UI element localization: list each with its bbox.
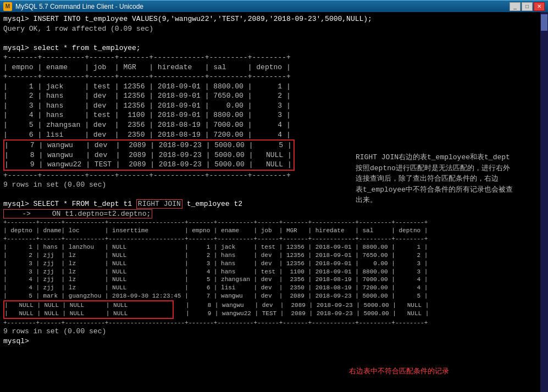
- table1-row8: | 8 | wangwu | dev | 2089 | 2018-09-23 |…: [4, 150, 294, 160]
- annotation-line3: 连接查询后，除了查出符合匹配条件的，右边: [356, 175, 499, 183]
- select-cmd2c: -> ON t1.deptno=t2.deptno;: [3, 209, 545, 219]
- table1-mid-sep: +-------+----------+------+-------+-----…: [3, 72, 545, 82]
- table1-row6: | 6 | lisi | dev | 2350 | 2018-08-19 | 7…: [3, 130, 545, 140]
- title-bar: M MySQL 5.7 Command Line Client - Unicod…: [0, 0, 548, 12]
- table1-row9: | 9 | wangwu22 | TEST | 2089 | 2018-09-2…: [4, 160, 294, 170]
- table1-row5: | 5 | zhangsan | dev | 2356 | 2018-08-19…: [3, 120, 545, 130]
- select-cmd2a: mysql> SELECT * FROM t_dept t1: [3, 200, 136, 208]
- table1-row7: | 7 | wangwu | dev | 2089 | 2018-09-23 |…: [4, 141, 294, 150]
- table2-row4: | 3 | zjj | lz | NULL | 4 | hans | test …: [3, 268, 545, 276]
- minimize-button[interactable]: _: [510, 2, 521, 11]
- table2-row2: | 2 | zjj | lz | NULL | 2 | hans | dev |…: [3, 251, 545, 260]
- table1-top-sep: +-------+----------+------+-------+-----…: [3, 53, 545, 63]
- table2-null-rows: | NULL | NULL | NULL | NULL | 8 | wangwu…: [3, 300, 174, 319]
- table2-row1: | 1 | hans | lanzhou | NULL | 1 | jack |…: [3, 243, 545, 251]
- table1-outlined-section: | 7 | wangwu | dev | 2089 | 2018-09-23 |…: [3, 139, 295, 171]
- app-icon: M: [3, 2, 12, 11]
- table2-row9: | NULL | NULL | NULL | NULL | 9 | wangwu…: [4, 310, 173, 318]
- table2-row3: | 3 | zjj | lz | NULL | 3 | hans | dev |…: [3, 260, 545, 268]
- final-prompt: mysql>: [3, 337, 545, 346]
- table2-mid-sep: +--------+------+-----------+-----------…: [3, 235, 545, 243]
- bottom-annotation: 右边表中不符合匹配条件的记录: [349, 367, 449, 377]
- annotation-line4: 表t_employee中不符合条件的所有记录也会被查: [356, 186, 513, 194]
- rows-msg2: 9 rows in set (0.00 sec): [3, 327, 545, 337]
- table1-row4: | 4 | hans | test | 1100 | 2018-09-01 | …: [3, 110, 545, 120]
- table2-row8: | NULL | NULL | NULL | NULL | 8 | wangwu…: [4, 301, 173, 310]
- table2-top-sep: +--------+------+-----------+-----------…: [3, 219, 545, 227]
- table2-bot-sep: +--------+------+-----------+-----------…: [3, 319, 545, 327]
- annotation-line1: RIGHT JOIN右边的表t_employee和表t_dept: [356, 153, 510, 161]
- insert-cmd: mysql> INSERT INTO t_employee VALUES(9,'…: [3, 14, 545, 24]
- table2-row5: | 4 | zjj | lz | NULL | 5 | zhangsan | d…: [3, 276, 545, 284]
- table2-row6: | 4 | zjj | lz | NULL | 6 | lisi | dev |…: [3, 284, 545, 292]
- bottom-annotation-text: 右边表中不符合匹配条件的记录: [349, 367, 449, 376]
- terminal[interactable]: mysql> INSERT INTO t_employee VALUES(9,'…: [0, 12, 548, 392]
- maximize-button[interactable]: □: [522, 2, 533, 11]
- annotation-line2: 按照deptno进行匹配时是无法匹配的，进行右外: [356, 164, 510, 172]
- window-controls[interactable]: _ □ ✕: [510, 2, 545, 11]
- table1-row2: | 2 | hans | dev | 12356 | 2018-09-01 | …: [3, 91, 545, 101]
- on-clause: -> ON t1.deptno=t2.deptno;: [3, 209, 152, 219]
- close-button[interactable]: ✕: [534, 2, 545, 11]
- query-ok: Query OK, 1 row affected (0.09 sec): [3, 24, 545, 34]
- table2-header: | deptno | dname| loc | inserttime | emp…: [3, 227, 545, 235]
- window-title: MySQL 5.7 Command Line Client - Unicode: [15, 3, 143, 10]
- annotation-line5: 出来。: [356, 196, 377, 204]
- select-cmd2b: t_employee t2: [182, 200, 242, 208]
- right-join-label: RIGHT JOIN: [138, 200, 181, 208]
- table2-row7: | 5 | mark | guangzhou | 2018-09-30 12:2…: [3, 292, 545, 300]
- select-cmd1: mysql> select * from t_employee;: [3, 43, 545, 53]
- right-join-keyword: RIGHT JOIN: [136, 199, 182, 209]
- table1-header: | empno | ename | job | MGR | hiredate |…: [3, 63, 545, 72]
- annotation-box: RIGHT JOIN右边的表t_employee和表t_dept 按照deptn…: [356, 152, 543, 206]
- table1-row3: | 3 | hans | dev | 12356 | 2018-09-01 | …: [3, 101, 545, 111]
- table1-row1: | 1 | jack | test | 12356 | 2018-09-01 |…: [3, 82, 545, 92]
